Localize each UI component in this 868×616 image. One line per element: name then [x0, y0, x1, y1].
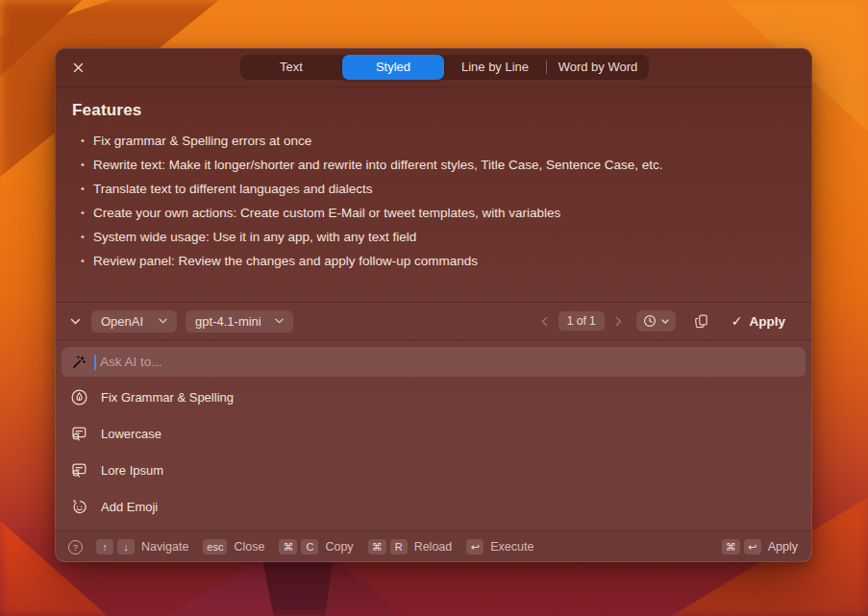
- palette-item-label: Lowercase: [101, 427, 161, 441]
- model-toolbar: OpenAI gpt-4.1-mini 1 of 1: [55, 302, 812, 340]
- command-palette: Ask AI to... Fix Grammar & Spelling Lowe…: [55, 340, 812, 530]
- tab-word-by-word[interactable]: Word by Word: [547, 55, 649, 80]
- shortcut-reload: ⌘ R Reload: [368, 539, 453, 554]
- history-clock-icon: [643, 314, 657, 328]
- shortcut-footer: ? ↑ ↓ Navigate esc Close ⌘ C Copy ⌘ R Re…: [55, 530, 812, 562]
- collapse-chevron-icon[interactable]: [68, 316, 83, 327]
- shortcut-label: Copy: [325, 540, 353, 554]
- feature-text: Fix grammar & Spelling errors at once: [93, 129, 311, 153]
- key-arrow-up: ↑: [96, 539, 113, 554]
- apply-button[interactable]: ✓ Apply: [726, 312, 791, 330]
- feature-text: Create your own actions: Create custom E…: [93, 201, 560, 225]
- feature-text: Review panel: Review the changes and app…: [93, 249, 478, 273]
- feature-item: • Create your own actions: Create custom…: [72, 201, 795, 225]
- check-icon: ✓: [732, 313, 743, 329]
- assistant-panel-window: Text Styled Line by Line Word by Word Fe…: [55, 48, 812, 562]
- provider-select[interactable]: OpenAI: [91, 310, 177, 333]
- palette-item-lowercase[interactable]: Lowercase: [62, 415, 806, 452]
- bullet-dot: •: [72, 153, 93, 177]
- shortcut-execute: ↩ Execute: [466, 539, 533, 554]
- chevron-down-icon: [159, 318, 167, 324]
- feature-item: • Fix grammar & Spelling errors at once: [72, 129, 795, 153]
- palette-item-label: Add Emoji: [101, 500, 158, 514]
- bullet-dot: •: [72, 225, 93, 249]
- key-c: C: [301, 539, 318, 554]
- shortcut-label: Navigate: [141, 540, 188, 554]
- bullet-dot: •: [72, 129, 93, 153]
- provider-label: OpenAI: [101, 314, 143, 329]
- bullet-dot: •: [72, 201, 93, 225]
- copy-result-icon[interactable]: [692, 311, 711, 332]
- tab-styled[interactable]: Styled: [342, 55, 444, 80]
- shortcut-label: Execute: [490, 540, 533, 554]
- bullet-dot: •: [72, 177, 93, 201]
- tab-text[interactable]: Text: [240, 55, 342, 80]
- key-cmd: ⌘: [279, 539, 297, 554]
- pen-circle-icon: [69, 388, 88, 407]
- magic-wand-icon: [71, 355, 87, 370]
- chevron-down-icon: [661, 319, 669, 324]
- tab-line-by-line[interactable]: Line by Line: [444, 55, 546, 80]
- shortcut-navigate: ↑ ↓ Navigate: [96, 539, 188, 554]
- text-search-icon: [69, 425, 88, 443]
- shortcut-label: Close: [234, 540, 264, 554]
- apply-label: Apply: [749, 314, 785, 329]
- view-mode-tabs: Text Styled Line by Line Word by Word: [240, 55, 649, 80]
- feature-item: • Review panel: Review the changes and a…: [72, 249, 795, 273]
- window-header: Text Styled Line by Line Word by Word: [55, 48, 812, 87]
- close-icon[interactable]: [71, 61, 85, 74]
- feature-text: System wide usage: Use it in any app, wi…: [93, 225, 416, 249]
- key-cmd: ⌘: [368, 539, 386, 554]
- features-list: • Fix grammar & Spelling errors at once …: [72, 129, 795, 273]
- palette-item-label: Fix Grammar & Spelling: [101, 390, 234, 405]
- key-esc: esc: [203, 539, 227, 554]
- features-title: Features: [72, 101, 795, 120]
- ask-ai-input[interactable]: Ask AI to...: [62, 347, 806, 377]
- key-return: ↩: [466, 539, 484, 554]
- page-indicator: 1 of 1: [558, 311, 605, 331]
- prev-page-chevron-icon[interactable]: [539, 314, 550, 329]
- help-icon[interactable]: ?: [68, 540, 83, 554]
- feature-text: Rewrite text: Make it longer/shorter and…: [93, 153, 663, 177]
- key-r: R: [390, 539, 408, 554]
- shortcut-close: esc Close: [203, 539, 264, 554]
- feature-item: • System wide usage: Use it in any app, …: [72, 225, 795, 249]
- emoji-sparkle-icon: [69, 498, 88, 516]
- text-caret: [94, 355, 96, 370]
- shortcut-apply: ⌘ ↩ Apply: [722, 539, 798, 554]
- next-page-chevron-icon[interactable]: [613, 314, 624, 329]
- chevron-down-icon: [275, 318, 284, 324]
- feature-text: Translate text to different languages an…: [93, 177, 372, 201]
- key-arrow-down: ↓: [117, 539, 135, 554]
- key-cmd: ⌘: [722, 539, 740, 554]
- bullet-dot: •: [72, 249, 93, 273]
- features-section: Features • Fix grammar & Spelling errors…: [55, 87, 812, 302]
- key-return: ↩: [744, 539, 761, 554]
- palette-item-fix-grammar[interactable]: Fix Grammar & Spelling: [62, 379, 806, 415]
- history-dropdown[interactable]: [636, 310, 676, 332]
- palette-item-label: Lore Ipsum: [101, 463, 163, 478]
- shortcut-copy: ⌘ C Copy: [279, 539, 353, 554]
- palette-item-add-emoji[interactable]: Add Emoji: [62, 488, 806, 525]
- input-placeholder: Ask AI to...: [100, 355, 162, 369]
- model-label: gpt-4.1-mini: [195, 314, 261, 329]
- feature-item: • Translate text to different languages …: [72, 177, 795, 201]
- text-search-icon: [69, 461, 88, 480]
- model-select[interactable]: gpt-4.1-mini: [186, 310, 293, 333]
- palette-item-lore-ipsum[interactable]: Lore Ipsum: [62, 452, 806, 488]
- feature-item: • Rewrite text: Make it longer/shorter a…: [72, 153, 795, 177]
- shortcut-label: Apply: [768, 540, 798, 554]
- shortcut-label: Reload: [414, 540, 453, 554]
